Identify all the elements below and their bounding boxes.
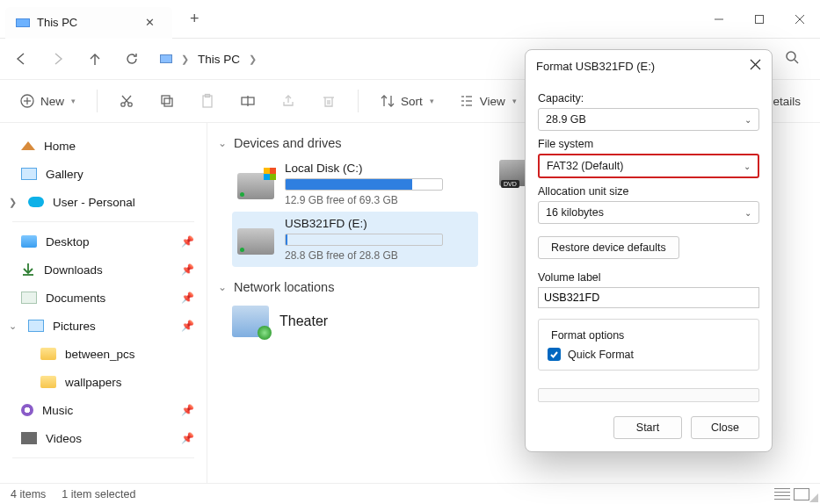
- chevron-right-icon[interactable]: ❯: [249, 54, 257, 65]
- rename-button[interactable]: [231, 86, 265, 116]
- chevron-down-icon: ⌄: [218, 281, 227, 293]
- new-label: New: [40, 95, 64, 108]
- capacity-bar: [285, 178, 443, 191]
- tab-title: This PC: [37, 16, 77, 29]
- quick-format-checkbox[interactable]: Quick Format: [548, 348, 750, 361]
- dialog-close-button[interactable]: [750, 59, 761, 73]
- chevron-down-icon: ⌄: [218, 137, 227, 149]
- drive-free: 12.9 GB free of 69.3 GB: [285, 194, 443, 206]
- maximize-button[interactable]: [739, 2, 780, 37]
- minimize-button[interactable]: [699, 2, 739, 37]
- sidebar-item-between-pcs[interactable]: between_pcs: [5, 340, 201, 368]
- svg-rect-15: [164, 98, 172, 106]
- start-button[interactable]: Start: [613, 416, 682, 439]
- new-tab-button[interactable]: +: [181, 10, 207, 28]
- downloads-icon: [21, 262, 35, 278]
- breadcrumb[interactable]: This PC: [198, 53, 240, 66]
- this-pc-icon: [160, 54, 172, 63]
- refresh-button[interactable]: [114, 41, 149, 76]
- sidebar-item-home[interactable]: Home: [5, 132, 201, 160]
- paste-button[interactable]: [191, 86, 224, 116]
- tiles-view-button[interactable]: [794, 488, 809, 500]
- filesystem-label: File system: [538, 138, 759, 150]
- sidebar-item-downloads[interactable]: Downloads📌: [5, 256, 201, 284]
- folder-icon: [40, 348, 56, 360]
- pin-icon: 📌: [181, 320, 194, 332]
- music-icon: [21, 404, 33, 416]
- plus-circle-icon: [19, 93, 35, 109]
- sidebar-item-wallpapers[interactable]: wallpapers: [5, 368, 201, 396]
- view-button[interactable]: View▾: [450, 86, 526, 116]
- share-icon: [280, 93, 296, 109]
- chevron-down-icon: ⌄: [744, 115, 751, 125]
- copy-button[interactable]: [150, 86, 184, 116]
- media-device-icon: [232, 306, 269, 337]
- documents-icon: [21, 292, 37, 304]
- sidebar-item-videos[interactable]: Videos📌: [5, 424, 201, 452]
- pin-icon: 📌: [181, 235, 194, 248]
- drive-icon: [237, 173, 274, 199]
- pictures-icon: [28, 320, 44, 332]
- sort-label: Sort: [401, 95, 423, 108]
- chevron-down-icon[interactable]: ⌄: [9, 320, 19, 332]
- volume-label-input[interactable]: [538, 287, 759, 308]
- capacity-select[interactable]: 28.9 GB⌄: [538, 108, 759, 131]
- chevron-right-icon[interactable]: ❯: [9, 197, 19, 208]
- new-button[interactable]: New▾: [11, 86, 84, 116]
- sort-button[interactable]: Sort▾: [371, 86, 443, 116]
- onedrive-icon: [28, 197, 44, 207]
- clipboard-icon: [200, 93, 215, 109]
- sidebar-item-desktop[interactable]: Desktop📌: [5, 227, 201, 256]
- close-window-button[interactable]: [780, 2, 820, 37]
- pin-icon: 📌: [181, 292, 194, 304]
- drive-local-disk-c[interactable]: Local Disk (C:) 12.9 GB free of 69.3 GB: [232, 156, 478, 212]
- trash-icon: [321, 93, 337, 109]
- tab-this-pc[interactable]: This PC ✕: [5, 7, 172, 39]
- chevron-right-icon: ❯: [181, 54, 189, 65]
- search-icon[interactable]: [785, 50, 799, 68]
- videos-icon: [21, 432, 37, 444]
- svg-line-6: [795, 60, 798, 63]
- close-button[interactable]: Close: [691, 416, 759, 439]
- drive-icon: [237, 228, 274, 255]
- sidebar-item-pictures[interactable]: ⌄Pictures📌: [5, 312, 201, 340]
- this-pc-icon: [16, 18, 30, 27]
- progress-bar: [538, 388, 759, 402]
- cut-button[interactable]: [110, 86, 143, 116]
- svg-point-5: [787, 52, 795, 61]
- view-label: View: [480, 95, 505, 108]
- share-button[interactable]: [272, 86, 305, 116]
- filesystem-select[interactable]: FAT32 (Default)⌄: [538, 154, 759, 178]
- up-button[interactable]: [77, 41, 112, 76]
- pin-icon: 📌: [181, 404, 194, 416]
- pin-icon: 📌: [181, 263, 194, 276]
- resize-grip[interactable]: [809, 493, 818, 502]
- format-dialog: Format USB321FD (E:) Capacity: 28.9 GB⌄ …: [525, 49, 773, 452]
- sidebar-item-user[interactable]: ❯User - Personal: [5, 188, 201, 216]
- sidebar-item-documents[interactable]: Documents📌: [5, 284, 201, 312]
- details-view-button[interactable]: [774, 488, 790, 500]
- tab-close-button[interactable]: ✕: [137, 16, 162, 29]
- sidebar-item-music[interactable]: Music📌: [5, 396, 201, 424]
- back-button[interactable]: [4, 41, 39, 76]
- item-count: 4 items: [11, 488, 46, 500]
- delete-button[interactable]: [312, 86, 345, 116]
- allocation-select[interactable]: 16 kilobytes⌄: [538, 201, 759, 224]
- rename-icon: [240, 93, 256, 109]
- drive-name: USB321FD (E:): [285, 217, 443, 230]
- restore-defaults-button[interactable]: Restore device defaults: [538, 236, 679, 259]
- chevron-down-icon: ⌄: [744, 162, 751, 171]
- scissors-icon: [119, 93, 134, 109]
- home-icon: [21, 141, 35, 150]
- status-bar: 4 items 1 item selected: [0, 483, 820, 504]
- capacity-bar: [285, 234, 443, 246]
- sidebar-item-gallery[interactable]: Gallery: [5, 160, 201, 188]
- dialog-title: Format USB321FD (E:): [536, 60, 655, 73]
- checkbox-checked-icon: [548, 348, 561, 361]
- drive-usb321fd-e[interactable]: USB321FD (E:) 28.8 GB free of 28.8 GB: [232, 212, 478, 267]
- svg-rect-14: [162, 96, 170, 104]
- forward-button[interactable]: [40, 41, 76, 76]
- allocation-label: Allocation unit size: [538, 185, 759, 198]
- sort-icon: [380, 93, 395, 109]
- copy-icon: [159, 93, 175, 109]
